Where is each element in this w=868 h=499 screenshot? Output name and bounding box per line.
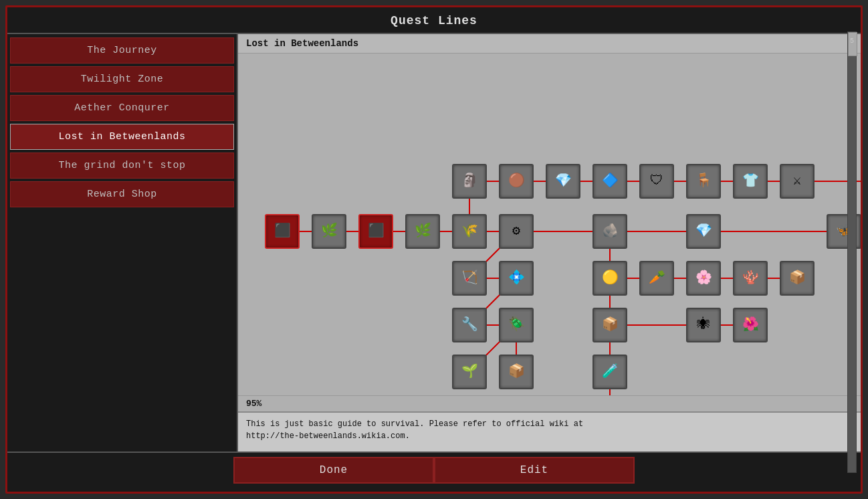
quest-node-n15[interactable]: ⚙: [499, 214, 534, 249]
quest-node-n35[interactable]: 🧪: [592, 355, 627, 389]
title-text: Quest Lines: [391, 14, 477, 27]
description-text: This is just basic guide to survival. Pl…: [246, 419, 583, 441]
quest-node-n10[interactable]: 👕: [733, 164, 768, 199]
quest-node-n29[interactable]: 🪲: [499, 308, 534, 342]
quest-node-n7[interactable]: 🔷: [592, 164, 627, 199]
sidebar-item-reward[interactable]: Reward Shop: [10, 181, 234, 207]
quest-node-n9[interactable]: 🪑: [686, 164, 721, 199]
window-title: Quest Lines: [7, 7, 861, 34]
progress-area: 95%: [238, 395, 861, 411]
quest-node-n8[interactable]: 🛡: [639, 164, 674, 199]
quest-node-n31[interactable]: 🕷: [686, 308, 721, 342]
sidebar-item-betweenlands[interactable]: Lost in Betweenlands: [10, 124, 234, 150]
quest-node-n33[interactable]: 🌱: [452, 355, 487, 389]
node-map[interactable]: ⬛🌿⬛🌿🗿🟤💎🔷🛡🪑👕⚔📜🦀🌾⚙🪨💎🦋🕊🌿🏹💠🟡🥕🌸🪸📦🔧🪲📦🕷🌺🌱📦🧪🔦: [238, 54, 861, 395]
bottom-bar: Done Edit: [7, 452, 861, 488]
quest-node-n14[interactable]: 🌾: [452, 214, 487, 249]
sidebar: The Journey Twilight Zone Aether Conqure…: [7, 34, 238, 452]
quest-node-n2[interactable]: ⬛: [358, 214, 393, 249]
quest-node-n6[interactable]: 💎: [546, 164, 580, 199]
quest-node-n4[interactable]: 🗿: [452, 164, 487, 199]
scrollbar-track: 5: [847, 31, 857, 473]
quest-node-n17[interactable]: 💎: [686, 214, 721, 249]
quest-node-n30[interactable]: 📦: [592, 308, 627, 342]
quest-node-n5[interactable]: 🟤: [499, 164, 534, 199]
sidebar-item-journey[interactable]: The Journey: [10, 37, 234, 64]
quest-node-n0[interactable]: ⬛: [265, 214, 300, 249]
quest-node-n28[interactable]: 🔧: [452, 308, 487, 342]
quest-node-n22[interactable]: 💠: [499, 261, 534, 296]
main-window: Quest Lines The Journey Twilight Zone Ae…: [5, 5, 863, 494]
quest-node-n25[interactable]: 🌸: [686, 261, 721, 296]
quest-area: Lost in Betweenlands ⬛🌿⬛🌿🗿🟤💎🔷🛡🪑👕⚔📜🦀🌾⚙🪨💎🦋…: [238, 34, 861, 452]
quest-node-n23[interactable]: 🟡: [592, 261, 627, 296]
quest-node-n27[interactable]: 📦: [780, 261, 815, 296]
sidebar-item-twilight[interactable]: Twilight Zone: [10, 66, 234, 92]
progress-text: 95%: [246, 399, 261, 409]
quest-node-n24[interactable]: 🥕: [639, 261, 674, 296]
scrollbar-value: 5: [850, 37, 854, 45]
quest-node-n11[interactable]: ⚔: [780, 164, 815, 199]
quest-node-n34[interactable]: 📦: [499, 355, 534, 389]
sidebar-item-grind[interactable]: The grind don't stop: [10, 153, 234, 179]
quest-node-n21[interactable]: 🏹: [452, 261, 487, 296]
done-button[interactable]: Done: [233, 457, 434, 484]
quest-node-n26[interactable]: 🪸: [733, 261, 768, 296]
quest-node-n32[interactable]: 🌺: [733, 308, 768, 342]
quest-node-n1[interactable]: 🌿: [312, 214, 346, 249]
quest-node-n3[interactable]: 🌿: [405, 214, 440, 249]
sidebar-item-aether[interactable]: Aether Conqurer: [10, 95, 234, 121]
edit-button[interactable]: Edit: [434, 457, 635, 484]
quest-title: Lost in Betweenlands: [238, 34, 861, 54]
description-area: This is just basic guide to survival. Pl…: [238, 411, 861, 452]
main-content: The Journey Twilight Zone Aether Conqure…: [7, 34, 861, 452]
quest-node-n16[interactable]: 🪨: [592, 214, 627, 249]
